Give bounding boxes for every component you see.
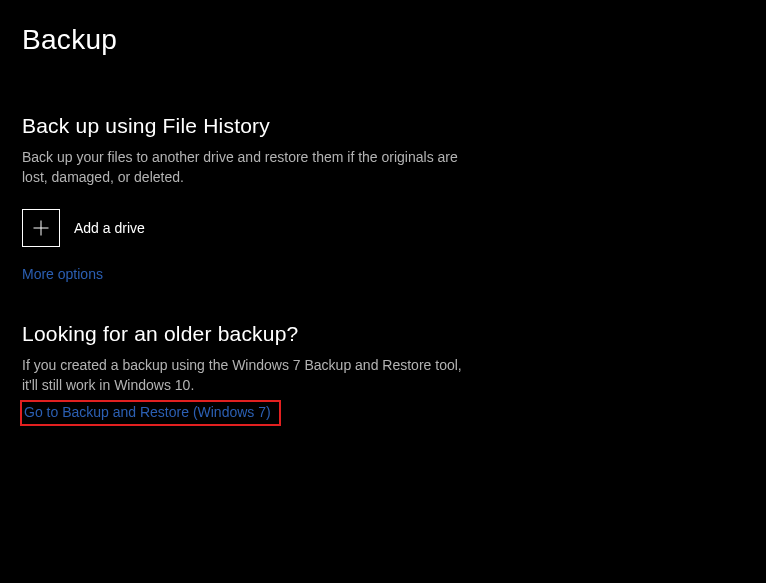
highlight-annotation: Go to Backup and Restore (Windows 7) [20, 400, 281, 426]
page-title: Backup [22, 24, 744, 56]
file-history-description: Back up your files to another drive and … [22, 148, 462, 187]
backup-restore-win7-link[interactable]: Go to Backup and Restore (Windows 7) [24, 404, 271, 420]
plus-icon [22, 209, 60, 247]
add-drive-label: Add a drive [74, 220, 145, 236]
add-drive-button[interactable]: Add a drive [22, 209, 744, 247]
more-options-link[interactable]: More options [22, 266, 103, 282]
older-backup-heading: Looking for an older backup? [22, 322, 744, 346]
file-history-heading: Back up using File History [22, 114, 744, 138]
older-backup-description: If you created a backup using the Window… [22, 356, 462, 395]
